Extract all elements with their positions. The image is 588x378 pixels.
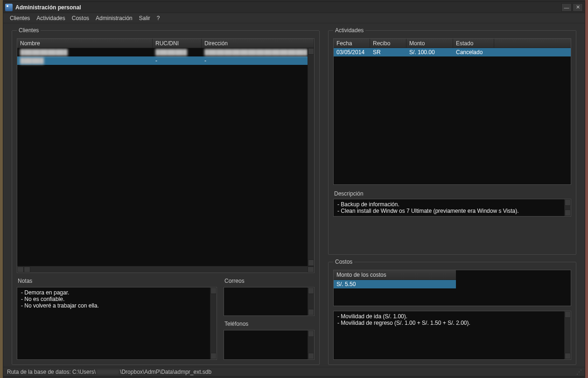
group-costos: Costos Monto de los costos S/. 5.50 - Mo… xyxy=(328,259,576,365)
col-direccion[interactable]: Dirección xyxy=(202,39,314,48)
scroll-down-icon[interactable] xyxy=(308,259,314,266)
scroll-up-icon[interactable] xyxy=(308,48,314,55)
title-bar[interactable]: Administración personal — ✕ xyxy=(3,2,585,13)
scroll-right-icon[interactable] xyxy=(308,266,314,273)
resize-grip-icon[interactable]: ⋰ xyxy=(576,369,581,375)
minimize-button[interactable]: — xyxy=(561,3,572,12)
costos-detail-pane[interactable]: - Movilidad de ida (S/. 1.00). - Movilid… xyxy=(333,311,571,360)
correos-pane[interactable] xyxy=(224,287,315,316)
legend-costos: Costos xyxy=(333,259,354,265)
menu-costos[interactable]: Costos xyxy=(69,14,92,22)
table-row[interactable]: 03/05/2014 SR S/. 100.00 Cancelado xyxy=(334,48,571,56)
app-icon xyxy=(5,4,13,11)
group-clientes: Clientes Nombre RUC/DNI Dirección ██████… xyxy=(12,27,320,365)
scrollbar-horizontal[interactable] xyxy=(17,266,314,273)
menu-administracion[interactable]: Administración xyxy=(93,14,135,22)
clientes-table[interactable]: Nombre RUC/DNI Dirección ████████████ ██… xyxy=(17,38,315,273)
table-row[interactable]: ████████████ ████████ ██████████████████… xyxy=(17,48,314,56)
col-nombre[interactable]: Nombre xyxy=(17,39,153,48)
scrollbar-vertical[interactable] xyxy=(564,199,571,216)
redacted-username xyxy=(97,370,119,374)
col-fecha[interactable]: Fecha xyxy=(334,39,370,48)
scrollbar-vertical[interactable] xyxy=(210,287,217,359)
scroll-thumb[interactable] xyxy=(24,266,30,273)
status-path-prefix: Ruta de la base de datos: C:\Users\ xyxy=(7,369,96,375)
scrollbar-vertical[interactable] xyxy=(564,311,571,359)
app-window: Administración personal — ✕ Clientes Act… xyxy=(3,1,585,377)
scroll-left-icon[interactable] xyxy=(17,266,24,273)
label-descripcion: Descripción xyxy=(333,190,571,197)
costos-table[interactable]: Monto de los costos S/. 5.50 xyxy=(333,270,571,306)
menu-actividades[interactable]: Actividades xyxy=(34,14,68,22)
descripcion-pane[interactable]: - Backup de información. - Clean install… xyxy=(333,199,571,217)
table-row[interactable]: S/. 5.50 xyxy=(334,280,456,288)
scrollbar-vertical[interactable] xyxy=(308,48,314,266)
menu-salir[interactable]: Salir xyxy=(136,14,153,22)
col-monto-costos[interactable]: Monto de los costos xyxy=(334,270,456,280)
legend-clientes: Clientes xyxy=(17,27,41,34)
col-estado[interactable]: Estado xyxy=(453,39,494,48)
col-ruc[interactable]: RUC/DNI xyxy=(153,39,202,48)
group-actividades: Actividades Fecha Recibo Monto Estado 03… xyxy=(328,27,576,255)
table-row[interactable]: ██████ - - xyxy=(17,56,314,65)
menu-clientes[interactable]: Clientes xyxy=(7,14,33,22)
status-path-suffix: \Dropbox\AdmP\Data\admpr_ext.sdb xyxy=(120,369,211,375)
menu-help[interactable]: ? xyxy=(154,14,163,22)
window-title: Administración personal xyxy=(15,4,81,11)
label-correos: Correos xyxy=(224,278,315,284)
scrollbar-vertical[interactable] xyxy=(308,287,314,315)
legend-actividades: Actividades xyxy=(333,27,365,34)
label-telefonos: Teléfonos xyxy=(224,321,315,327)
scrollbar-vertical[interactable] xyxy=(308,330,314,359)
col-recibo[interactable]: Recibo xyxy=(370,39,406,48)
label-notas: Notas xyxy=(17,278,217,284)
telefonos-pane[interactable] xyxy=(224,330,315,360)
menu-bar: Clientes Actividades Costos Administraci… xyxy=(3,13,585,23)
clientes-header[interactable]: Nombre RUC/DNI Dirección xyxy=(17,39,314,48)
actividades-table[interactable]: Fecha Recibo Monto Estado 03/05/2014 SR … xyxy=(333,38,571,185)
notas-pane[interactable]: - Demora en pagar. - No es confiable. - … xyxy=(17,287,217,360)
status-bar: Ruta de la base de datos: C:\Users\ \Dro… xyxy=(3,367,585,376)
close-button[interactable]: ✕ xyxy=(573,3,583,12)
col-monto[interactable]: Monto xyxy=(406,39,453,48)
